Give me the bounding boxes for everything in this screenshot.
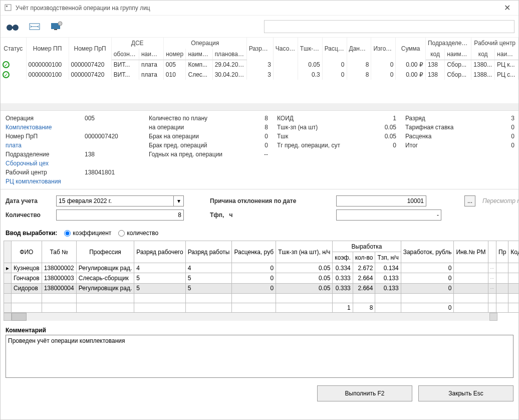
monitor-gear-icon[interactable] — [49, 20, 65, 34]
col-rc-naim[interactable]: наимен... — [495, 49, 518, 60]
close-button[interactable]: Закрыть Esc — [418, 385, 513, 401]
form-area: Дата учета ▾ Причина отклонения по дате … — [1, 189, 518, 224]
reason-hint: Пересмотр плана — [482, 197, 519, 204]
col-status[interactable]: Статус — [1, 38, 26, 60]
col-vyr[interactable]: Выработка — [333, 241, 401, 252]
col-op-naim[interactable]: наимен... — [186, 49, 212, 60]
svg-rect-1 — [6, 6, 8, 7]
link-podr[interactable]: Сборочный цех — [6, 160, 76, 167]
qty-input[interactable] — [56, 209, 184, 221]
val-rc: 138041801 — [85, 169, 140, 176]
col-dse-naim[interactable]: наимен... — [139, 49, 163, 60]
workers-grid[interactable]: ФИО Таб № Профессия Разряд рабочего Разр… — [4, 241, 519, 313]
lbl-rc: Рабочий центр — [6, 169, 76, 176]
tfp-input[interactable] — [336, 209, 441, 221]
col-op[interactable]: Операция — [163, 38, 246, 49]
lbl-god: Годных на пред. операции — [149, 151, 229, 158]
col-tshk[interactable]: Тшк-зп, н/ч — [298, 38, 322, 60]
table-row[interactable]: ✓ 00000001000000007420ВИТ...плата 005Ком… — [1, 60, 518, 70]
radio-coef[interactable]: коэффициент — [64, 230, 111, 237]
col-izg[interactable]: Изготовлено годных — [371, 38, 396, 60]
lbl-kplan: Количество по плану — [149, 115, 229, 122]
val-tshkzp: 0.05 — [366, 124, 396, 131]
col-summa[interactable]: Сумма — [396, 38, 426, 60]
col-prof[interactable]: Профессия — [76, 241, 134, 263]
col-podr[interactable]: Подразделение — [425, 38, 471, 49]
lbl-koid: КОИД — [277, 115, 357, 122]
calendar-icon[interactable]: ▾ — [174, 195, 184, 206]
search-input[interactable] — [264, 20, 514, 33]
radio-qty[interactable]: количество — [118, 230, 158, 237]
col-rc[interactable]: Рабочий центр — [471, 38, 518, 49]
table-row[interactable]: Гончаров138000003Слесарь-сборщик55 00.05… — [4, 273, 520, 283]
lbl-reason: Причина отклонения по дате — [210, 197, 333, 204]
radio-qty-input[interactable] — [118, 230, 125, 237]
col-chas[interactable]: Часовая тариф... — [273, 38, 298, 60]
width-icon[interactable] — [27, 20, 43, 34]
output-mode: Ввод выработки: коэффициент количество — [1, 224, 518, 241]
table-row[interactable]: ✓ 00000001000000007420ВИТ...плата 010Сле… — [1, 70, 518, 80]
operations-grid[interactable]: Статус Номер ПП Номер ПрП ДСЕ Операция Р… — [1, 38, 518, 110]
col-podr-naim[interactable]: наимен... — [445, 49, 471, 60]
col-fio[interactable]: ФИО — [12, 241, 42, 263]
binoculars-icon[interactable] — [5, 20, 21, 34]
col-rasc[interactable]: Расценка — [322, 38, 347, 60]
col-podr-kod[interactable]: код — [425, 49, 444, 60]
status-ok-icon: ✓ — [3, 61, 10, 68]
table-row[interactable]: Сидоров138000004Регулировщик рад.55 00.0… — [4, 283, 520, 293]
lbl-tarif: Тарифная ставка — [405, 124, 475, 131]
col-pp[interactable]: Номер ПП — [26, 38, 69, 60]
col-dse-oboz[interactable]: обозна... — [111, 49, 139, 60]
val-itog: 0 — [484, 142, 514, 149]
svg-rect-0 — [5, 5, 11, 11]
totals-row: 1 8 0 — [4, 303, 520, 313]
val-koid: 1 — [366, 115, 396, 122]
table-row[interactable]: ▸ Кузнецов138000002Регулировщик рад.44 0… — [4, 263, 520, 273]
col-rc-kod[interactable]: код — [471, 49, 495, 60]
close-icon[interactable]: ✕ — [500, 3, 514, 13]
reason-browse-button[interactable]: ... — [464, 195, 475, 206]
execute-button[interactable]: Выполнить F2 — [317, 385, 412, 401]
col-inv[interactable]: Инв.№ РМ — [454, 241, 488, 263]
col-tshk2[interactable]: Тшк-зп (на шт), н/ч — [276, 241, 333, 263]
col-tab[interactable]: Таб № — [42, 241, 76, 263]
link-rc[interactable]: РЦ комплектования — [6, 178, 76, 185]
reason-input[interactable] — [336, 195, 426, 206]
lbl-brakp: Брак пред. операций — [149, 142, 229, 149]
comment-input[interactable] — [6, 335, 513, 378]
link-op[interactable]: Комплектование — [6, 124, 76, 131]
lbl-rasc: Расценка — [405, 133, 475, 140]
col-razr-w[interactable]: Разряд работы — [185, 241, 232, 263]
status-ok-icon: ✓ — [3, 71, 10, 78]
lbl-op: Операция — [6, 115, 76, 122]
col-razr-r[interactable]: Разряд рабочего — [134, 241, 185, 263]
val-kplan: 8 — [238, 115, 268, 122]
val-god: -- — [238, 151, 268, 158]
col-op-num[interactable]: номер — [163, 49, 186, 60]
grid1-scrollbar[interactable] — [1, 103, 518, 110]
lbl-podr: Подразделение — [6, 151, 76, 158]
col-tzp[interactable]: Тзп, н/ч — [375, 252, 401, 263]
svg-rect-7 — [54, 29, 57, 30]
link-prp[interactable]: плата — [6, 142, 76, 149]
lbl-naop: на операции — [149, 124, 229, 131]
col-dse[interactable]: ДСЕ — [111, 38, 163, 49]
col-dano[interactable]: Дано в работу — [347, 38, 371, 60]
col-koef[interactable]: коэф. — [333, 252, 353, 263]
col-op-plan[interactable]: плановая... — [212, 49, 246, 60]
lbl-itog: Итог — [405, 142, 475, 149]
col-kod[interactable]: Код — [508, 241, 519, 263]
radio-coef-input[interactable] — [64, 230, 71, 237]
svg-point-8 — [58, 22, 62, 26]
date-input[interactable] — [56, 195, 174, 206]
val-naop: 8 — [238, 124, 268, 131]
table-row-empty[interactable] — [4, 293, 520, 303]
col-zar[interactable]: Заработок, рубль — [401, 241, 454, 263]
col-pr[interactable]: Пр — [496, 241, 508, 263]
grid2-scrollbar[interactable] — [4, 313, 497, 321]
col-rasc2[interactable]: Расценка, руб — [232, 241, 276, 263]
col-prp[interactable]: Номер ПрП — [69, 38, 111, 60]
col-kolvo[interactable]: кол-во — [353, 252, 375, 263]
val-rasc: 0 — [484, 133, 514, 140]
col-razr[interactable]: Разряд работы — [246, 38, 273, 60]
